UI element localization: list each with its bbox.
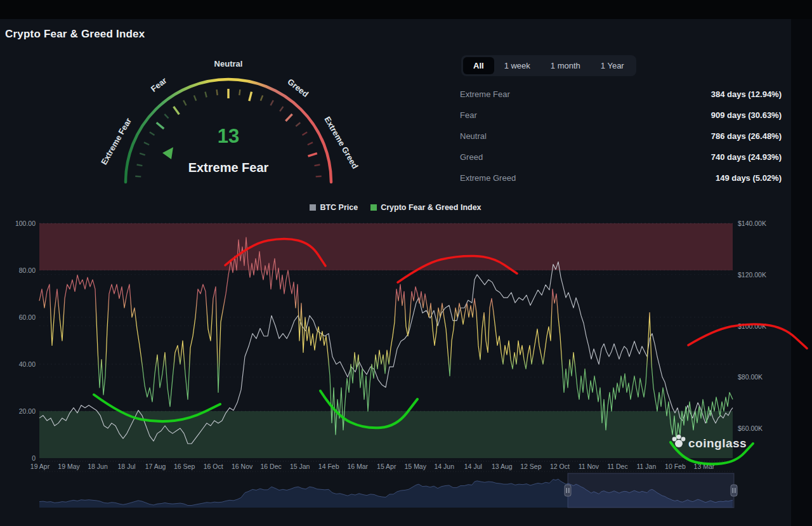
gauge-classification: Extreme Fear bbox=[188, 161, 269, 174]
gauge-tick bbox=[270, 100, 273, 105]
navigator-handle-left[interactable] bbox=[565, 485, 571, 496]
gauge-tick bbox=[174, 107, 180, 114]
stat-label: Neutral bbox=[460, 131, 487, 141]
fear-greed-history-chart[interactable]: 020.0040.0060.0080.00100.00$60.00K$80.00… bbox=[0, 216, 812, 517]
gauge-tick bbox=[261, 95, 263, 100]
legend-swatch-green-icon bbox=[370, 204, 377, 211]
gauge-tick bbox=[150, 132, 155, 135]
gauge-value: 13 bbox=[218, 125, 239, 147]
navigator-selection[interactable] bbox=[568, 473, 734, 508]
x-axis-tick-label: 12 Oct bbox=[550, 463, 570, 470]
gauge-tick bbox=[308, 142, 313, 145]
gauge-tick bbox=[296, 122, 300, 126]
right-axis-tick-label: $120.00K bbox=[738, 271, 766, 279]
left-axis-tick-label: 80.00 bbox=[19, 266, 36, 274]
sentiment-zone-band bbox=[39, 223, 733, 270]
x-axis-tick-label: 16 Mar bbox=[347, 463, 368, 470]
x-axis-tick-label: 13 Aug bbox=[492, 463, 513, 470]
x-axis-tick-label: 11 Jan bbox=[637, 463, 657, 470]
tab-1-year[interactable]: 1 Year bbox=[591, 57, 634, 74]
x-axis-tick-label: 15 Jan bbox=[290, 463, 310, 470]
x-axis-tick-label: 18 Jun bbox=[88, 463, 108, 470]
left-axis-tick-label: 60.00 bbox=[19, 313, 36, 321]
x-axis-tick-label: 11 Nov bbox=[579, 463, 599, 470]
gauge-label-fear: Fear bbox=[149, 76, 169, 94]
stat-row-neutral: Neutral 786 days (26.48%) bbox=[460, 126, 782, 147]
gauge-tick bbox=[303, 132, 308, 135]
gauge-tick bbox=[144, 142, 149, 145]
x-axis-tick-label: 16 Dec bbox=[261, 463, 282, 470]
stat-label: Greed bbox=[460, 152, 483, 162]
x-axis-tick-label: 14 Jul bbox=[464, 463, 482, 470]
gauge-tick bbox=[239, 89, 240, 95]
chart-bands bbox=[39, 223, 733, 458]
stat-label: Extreme Fear bbox=[460, 89, 510, 99]
x-axis-tick-label: 16 Nov bbox=[232, 463, 253, 470]
left-axis-tick-label: 40.00 bbox=[19, 360, 36, 368]
x-axis-tick-label: 14 Feb bbox=[318, 463, 339, 470]
stat-label: Extreme Greed bbox=[460, 173, 516, 183]
gauge-tick bbox=[137, 164, 143, 166]
gauge-tick bbox=[183, 100, 186, 105]
gauge-tick bbox=[280, 107, 283, 111]
x-axis-tick-label: 11 Dec bbox=[607, 463, 628, 470]
x-axis-tick-label: 10 Feb bbox=[665, 463, 686, 470]
top-bar bbox=[0, 0, 812, 19]
x-axis-tick-label: 15 May bbox=[405, 463, 427, 470]
stat-value: 740 days (24.93%) bbox=[711, 152, 782, 162]
tab-1-month[interactable]: 1 month bbox=[540, 57, 591, 74]
gauge-tick bbox=[217, 89, 218, 95]
watermark-text: coinglass bbox=[688, 437, 747, 450]
stat-row-fear: Fear 909 days (30.63%) bbox=[460, 105, 782, 126]
gauge-label-neutral: Neutral bbox=[214, 59, 243, 69]
right-axis-tick-label: $80.00K bbox=[738, 373, 763, 381]
x-axis-tick-label: 19 May bbox=[58, 463, 80, 470]
gauge-tick bbox=[140, 154, 145, 155]
stat-row-extreme-fear: Extreme Fear 384 days (12.94%) bbox=[460, 84, 782, 105]
stat-value: 786 days (26.48%) bbox=[711, 131, 782, 141]
left-axis-tick-label: 100.00 bbox=[15, 220, 36, 227]
right-axis-tick-label: $140.00K bbox=[738, 220, 766, 227]
handle-grip bbox=[731, 485, 737, 496]
gauge-tick bbox=[315, 164, 320, 166]
x-axis-tick-label: 18 Jul bbox=[118, 463, 136, 470]
legend-label: Crypto Fear & Greed Index bbox=[381, 203, 481, 212]
chart-legend: BTC Price Crypto Fear & Greed Index bbox=[0, 203, 791, 212]
x-axis-tick-label: 16 Oct bbox=[204, 463, 223, 470]
gauge-tick bbox=[285, 114, 292, 121]
x-axis-tick-label: 14 Jun bbox=[435, 463, 455, 470]
gauge-tick bbox=[194, 95, 196, 100]
stat-label: Fear bbox=[460, 110, 477, 120]
x-axis-tick-label: 15 Apr bbox=[377, 463, 396, 470]
time-range-tabs: All 1 week 1 month 1 Year bbox=[461, 55, 636, 76]
gauge-tick bbox=[205, 92, 206, 98]
navigator-handle-right[interactable] bbox=[731, 485, 737, 496]
gauge-tick bbox=[308, 154, 317, 157]
tab-1-week[interactable]: 1 week bbox=[494, 57, 540, 74]
right-axis-tick-label: $60.00K bbox=[738, 424, 763, 432]
left-axis-tick-label: 0 bbox=[32, 454, 36, 462]
stat-value: 909 days (30.63%) bbox=[711, 110, 782, 120]
stat-value: 384 days (12.94%) bbox=[711, 89, 782, 99]
legend-item-fear-greed[interactable]: Crypto Fear & Greed Index bbox=[370, 203, 481, 212]
x-axis-tick-label: 16 Sep bbox=[174, 463, 195, 470]
legend-item-btc-price[interactable]: BTC Price bbox=[310, 203, 358, 212]
left-axis-tick-label: 20.00 bbox=[19, 407, 36, 415]
legend-swatch-gray-icon bbox=[310, 204, 316, 211]
gauge-tick bbox=[164, 114, 168, 119]
legend-label: BTC Price bbox=[320, 203, 358, 212]
gauge-label-greed: Greed bbox=[285, 77, 310, 99]
x-axis-tick-label: 19 Apr bbox=[30, 463, 50, 470]
tab-all[interactable]: All bbox=[463, 57, 494, 74]
sentiment-stats-list: Extreme Fear 384 days (12.94%) Fear 909 … bbox=[460, 84, 782, 188]
stat-row-extreme-greed: Extreme Greed 149 days (5.02%) bbox=[460, 168, 782, 188]
handle-grip bbox=[565, 485, 571, 496]
x-axis-tick-label: 12 Sep bbox=[520, 463, 541, 470]
gauge-tick bbox=[157, 122, 164, 129]
gauge-tick bbox=[316, 176, 322, 177]
gauge-tick bbox=[249, 92, 252, 102]
gauge-needle bbox=[162, 147, 173, 159]
navigator[interactable] bbox=[39, 471, 737, 508]
gauge-tick bbox=[135, 176, 141, 177]
fear-greed-page: Crypto Fear & Greed Index Neutral Fear G… bbox=[0, 0, 812, 526]
